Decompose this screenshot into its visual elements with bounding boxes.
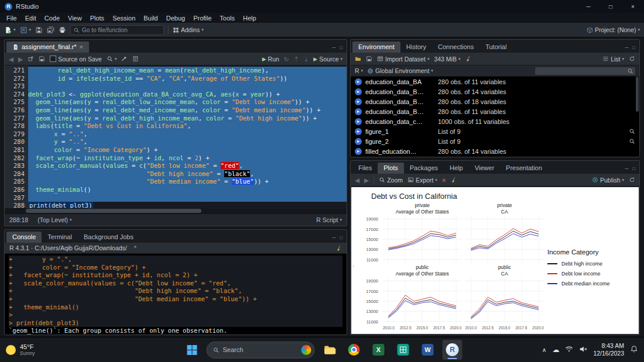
editor-tab-assignment-final[interactable]: R assignment_final.r* ×: [6, 42, 89, 53]
minimize-pane-icon[interactable]: ─: [625, 166, 628, 171]
new-project-button[interactable]: R ▾: [20, 26, 32, 34]
editor-horizontal-scrollbar[interactable]: [5, 208, 347, 213]
scope-dropdown[interactable]: Global Environment ▾: [367, 67, 433, 74]
compile-report-icon[interactable]: [132, 56, 139, 62]
new-file-button[interactable]: ▾: [4, 26, 16, 34]
taskbar-search-input[interactable]: Search: [207, 342, 315, 358]
zoom-button[interactable]: Zoom: [379, 177, 403, 184]
env-object-filled_education[interactable]: ▸filled_education…280 obs. of 14 variabl…: [351, 146, 639, 156]
menu-view[interactable]: View: [64, 15, 86, 22]
project-selector-button[interactable]: Project: (None) ▾: [587, 26, 640, 33]
expand-object-icon[interactable]: ▸: [355, 88, 362, 95]
next-plot-icon[interactable]: ▶: [364, 177, 369, 184]
refresh-plot-icon[interactable]: [629, 177, 635, 183]
code-line-282[interactable]: facet_wrap(~ institution_type + id, ncol…: [28, 154, 347, 163]
language-selector[interactable]: R ▾: [355, 67, 363, 74]
save-workspace-icon[interactable]: [366, 56, 372, 62]
code-line-280[interactable]: y = "..",: [28, 138, 347, 146]
import-dataset-button[interactable]: Import Dataset ▾: [377, 56, 429, 63]
menu-profile[interactable]: Profile: [189, 15, 215, 22]
environment-search-input[interactable]: [535, 67, 635, 75]
refresh-environment-icon[interactable]: [629, 56, 635, 62]
source-up-icon[interactable]: ⇡: [294, 56, 299, 63]
environment-scrollbar[interactable]: [636, 77, 639, 112]
checkbox-icon[interactable]: [50, 56, 56, 62]
env-object-figure_2[interactable]: ▸figure_2List of 9: [351, 136, 639, 146]
expand-object-icon[interactable]: ▸: [355, 98, 362, 105]
code-line-274[interactable]: debt_plot3 <- ggplot(education_data_BA_c…: [28, 91, 347, 99]
expand-object-icon[interactable]: ▸: [355, 108, 362, 115]
taskbar-rstudio-active[interactable]: R: [443, 340, 463, 360]
env-object-education_data_B[interactable]: ▸education_data_B…280 obs. of 11 variabl…: [351, 106, 639, 116]
code-tools-icon[interactable]: [121, 56, 128, 62]
plots-tab-help[interactable]: Help: [444, 163, 469, 174]
menu-code[interactable]: Code: [40, 15, 64, 22]
code-lines[interactable]: real_debt_high_income_mean = mean(real_d…: [28, 65, 347, 208]
env-object-education_data_BA[interactable]: ▸education_data_BA280 obs. of 11 variabl…: [351, 77, 639, 87]
save-file-icon[interactable]: [39, 56, 45, 62]
inspect-object-icon[interactable]: [629, 128, 635, 135]
environment-tab-tutorial[interactable]: Tutorial: [479, 42, 512, 53]
export-button[interactable]: Export ▾: [407, 177, 437, 184]
scrollbar-thumb[interactable]: [26, 209, 201, 213]
taskbar-word[interactable]: W: [418, 340, 438, 360]
menu-plots[interactable]: Plots: [86, 15, 108, 22]
taskbar-file-explorer[interactable]: [320, 340, 340, 360]
menu-session[interactable]: Session: [108, 15, 139, 22]
code-line-284[interactable]: "Debt high income" = "black",: [28, 170, 347, 178]
code-line-283[interactable]: scale_color_manual(values = c("Debt low …: [28, 162, 347, 170]
wifi-icon[interactable]: [565, 345, 573, 354]
plots-tab-plots[interactable]: Plots: [378, 163, 403, 174]
env-object-education_data_B[interactable]: ▸education_data_B…280 obs. of 18 variabl…: [351, 96, 639, 106]
minimize-pane-icon[interactable]: ─: [332, 235, 335, 240]
code-line-288[interactable]: print(debt_plot3): [28, 202, 347, 208]
plots-tab-presentation[interactable]: Presentation: [500, 163, 548, 174]
start-button[interactable]: [182, 340, 202, 360]
code-line-286[interactable]: theme_minimal(): [28, 186, 347, 194]
env-object-education_data_B[interactable]: ▸education_data_B…280 obs. of 14 variabl…: [351, 87, 639, 96]
expand-object-icon[interactable]: ▸: [355, 78, 362, 85]
load-workspace-icon[interactable]: [355, 56, 361, 62]
clear-console-icon[interactable]: [335, 245, 342, 251]
close-window-button[interactable]: ×: [622, 0, 644, 13]
maximize-pane-icon[interactable]: □: [340, 45, 342, 50]
code-line-275[interactable]: geom_line(aes(y = real_debt_low_income_m…: [28, 98, 347, 106]
save-button[interactable]: [35, 26, 43, 34]
code-line-273[interactable]: [28, 82, 347, 91]
expand-object-icon[interactable]: ▸: [355, 148, 362, 155]
minimize-pane-icon[interactable]: ─: [625, 45, 628, 50]
minimize-window-button[interactable]: ─: [577, 0, 600, 13]
menu-tools[interactable]: Tools: [215, 15, 239, 22]
expand-object-icon[interactable]: ▸: [355, 138, 362, 145]
maximize-pane-icon[interactable]: □: [632, 166, 635, 171]
clear-environment-icon[interactable]: [465, 56, 471, 62]
menu-help[interactable]: Help: [239, 15, 261, 22]
env-object-education_data_c[interactable]: ▸education_data_c…1000 obs. of 11 variab…: [351, 116, 639, 126]
code-line-276[interactable]: geom_line(aes(y = real_debt_med_income_m…: [28, 106, 347, 115]
notifications-bell-icon[interactable]: [630, 345, 638, 354]
console-tab-background-jobs[interactable]: Background Jobs: [78, 232, 139, 243]
print-button[interactable]: [59, 26, 66, 34]
back-icon[interactable]: ◀: [9, 56, 13, 63]
close-tab-icon[interactable]: ×: [80, 43, 83, 50]
onedrive-cloud-icon[interactable]: ☁: [552, 346, 559, 354]
environment-tab-history[interactable]: History: [400, 42, 432, 53]
console-output[interactable]: + y = ".",+ color = "Income Category") +…: [5, 254, 347, 335]
remove-plot-icon[interactable]: ×: [442, 177, 446, 184]
source-down-icon[interactable]: ⇣: [303, 56, 309, 63]
menu-build[interactable]: Build: [139, 15, 162, 22]
taskbar-excel[interactable]: X: [369, 340, 389, 360]
rerun-previous-icon[interactable]: ↻: [284, 56, 289, 63]
memory-usage-button[interactable]: 343 MiB ▾: [434, 56, 460, 63]
plots-tab-files[interactable]: Files: [352, 163, 378, 174]
code-editor[interactable]: 2712722732742752762772782792802812822832…: [5, 65, 347, 208]
code-line-271[interactable]: real_debt_high_income_mean = mean(real_d…: [28, 67, 347, 75]
find-replace-button[interactable]: ▾: [107, 56, 117, 62]
inspect-object-icon[interactable]: [629, 138, 635, 144]
publish-button[interactable]: Publish ▾: [592, 177, 624, 184]
menu-edit[interactable]: Edit: [21, 15, 40, 22]
expand-object-icon[interactable]: ▸: [355, 128, 362, 135]
maximize-pane-icon[interactable]: □: [340, 235, 342, 240]
environment-tab-connections[interactable]: Connections: [432, 42, 479, 53]
previous-plot-icon[interactable]: ◀: [355, 177, 359, 184]
